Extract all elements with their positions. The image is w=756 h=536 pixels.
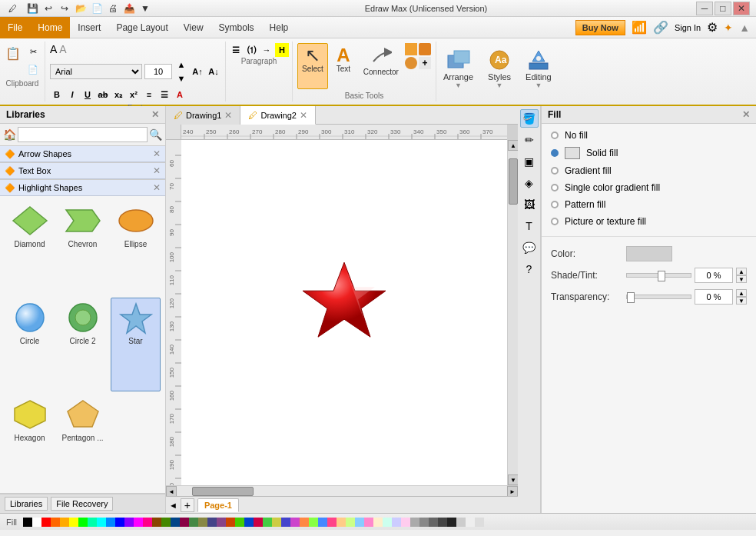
color-swatch-strip[interactable] (244, 518, 254, 527)
color-swatch-strip[interactable] (134, 518, 143, 527)
color-swatch-strip[interactable] (392, 518, 401, 527)
close-btn[interactable]: ✕ (733, 2, 750, 15)
color-swatch-strip[interactable] (309, 518, 318, 527)
h-scroll-thumb[interactable] (192, 487, 254, 496)
superscript-btn[interactable]: x² (127, 88, 141, 102)
sidebar-close-btn[interactable]: ✕ (151, 109, 159, 120)
h-scroll-track[interactable] (177, 486, 507, 496)
highlight-shapes-header[interactable]: 🔶 Highlight Shapes ✕ (0, 180, 165, 196)
qa-open[interactable]: 📂 (73, 1, 88, 16)
color-swatch-strip[interactable] (124, 518, 134, 527)
scroll-v-thumb[interactable] (509, 158, 518, 205)
color-swatch-strip[interactable] (346, 518, 355, 527)
font-size-input[interactable] (144, 64, 172, 79)
page-nav-left[interactable]: ◄ (169, 501, 177, 510)
gradient-fill-option[interactable]: Gradient fill (542, 162, 756, 179)
menu-insert[interactable]: Insert (70, 17, 108, 38)
text-btn[interactable]: A Text (330, 43, 357, 89)
color-swatch-strip[interactable] (51, 518, 60, 527)
color-swatch-strip[interactable] (419, 518, 429, 527)
color-swatch-strip[interactable] (401, 518, 410, 527)
maximize-btn[interactable]: □ (715, 2, 731, 15)
shape-hexagon[interactable]: Hexagon (5, 395, 55, 488)
color-swatch-strip[interactable] (355, 518, 364, 527)
transparency-input[interactable] (695, 289, 733, 305)
color-swatch-strip[interactable] (88, 518, 97, 527)
color-swatch-strip[interactable] (143, 518, 152, 527)
picture-fill-option[interactable]: Picture or texture fill (542, 213, 756, 230)
edraw-icon[interactable]: ✦ (724, 22, 733, 34)
shade-thumb[interactable] (658, 271, 665, 281)
menu-home[interactable]: Home (30, 17, 70, 38)
shape-chevron[interactable]: Chevron (58, 201, 108, 295)
color-swatch-strip[interactable] (180, 518, 189, 527)
font-icon[interactable]: A (50, 43, 57, 55)
shadow-icon[interactable]: ▣ (520, 152, 539, 171)
indent-btn[interactable]: → (260, 43, 274, 57)
shape-btn3[interactable] (405, 57, 417, 69)
color-swatch-strip[interactable] (263, 518, 272, 527)
font-size-down[interactable]: ▼ (174, 72, 188, 85)
menu-file[interactable]: File (0, 17, 30, 38)
color-swatch-strip[interactable] (32, 518, 41, 527)
qa-redo[interactable]: ↪ (57, 1, 72, 16)
qa-export[interactable]: 📤 (121, 1, 137, 16)
color-swatch-strip[interactable] (97, 518, 106, 527)
color-swatch-strip[interactable] (207, 518, 217, 527)
no-fill-option[interactable]: No fill (542, 127, 756, 144)
color-swatch-strip[interactable] (198, 518, 207, 527)
color-swatch-strip[interactable] (60, 518, 69, 527)
tab-drawing1[interactable]: 🖊 Drawing1 ✕ (166, 106, 240, 125)
align-left-btn[interactable]: ≡ (142, 88, 156, 102)
canvas-paper[interactable] (181, 140, 507, 485)
tab1-close[interactable]: ✕ (224, 110, 232, 121)
settings-icon[interactable]: ⚙ (707, 20, 718, 35)
shape-btn4[interactable]: + (419, 57, 431, 69)
color-swatch-strip[interactable] (447, 518, 456, 527)
font-size-up[interactable]: ▲ (174, 58, 188, 72)
shape-circle[interactable]: Circle (5, 298, 55, 391)
color-swatch-strip[interactable] (300, 518, 309, 527)
arrow-shapes-header[interactable]: 🔶 Arrow Shapes ✕ (0, 146, 165, 162)
color-swatch-strip[interactable] (161, 518, 171, 527)
color-swatch-strip[interactable] (171, 518, 180, 527)
tab2-close[interactable]: ✕ (300, 110, 307, 121)
buy-now-btn[interactable]: Buy Now (575, 20, 625, 35)
shade-up[interactable]: ▲ (736, 268, 747, 275)
color-swatch-strip[interactable] (41, 518, 51, 527)
shade-slider[interactable] (626, 273, 691, 278)
transparency-slider[interactable] (626, 295, 691, 299)
font-grow-btn[interactable]: A↑ (191, 65, 204, 78)
star-shape-canvas[interactable] (298, 256, 390, 351)
color-swatch-strip[interactable] (438, 518, 447, 527)
menu-help[interactable]: Help (262, 17, 297, 38)
color-swatch-strip[interactable] (327, 518, 337, 527)
qa-print[interactable]: 🖨 (105, 1, 121, 16)
color-swatch-strip[interactable] (290, 518, 300, 527)
scroll-down-btn[interactable]: ▼ (508, 474, 518, 485)
qa-undo[interactable]: ↩ (41, 1, 56, 16)
color-swatch-strip[interactable] (429, 518, 438, 527)
scroll-v-track[interactable] (508, 151, 518, 474)
text-box-close[interactable]: ✕ (153, 165, 161, 176)
home-icon[interactable]: 🏠 (3, 128, 16, 141)
share-icon[interactable]: 🔗 (653, 20, 668, 35)
qa-new[interactable]: 📄 (89, 1, 104, 16)
strikethrough-btn[interactable]: ab (96, 88, 110, 102)
shape-btn1[interactable] (405, 43, 417, 55)
numberedlist-btn[interactable]: ⑴ (244, 43, 258, 57)
menu-symbols[interactable]: Symbols (211, 17, 262, 38)
color-swatch-strip[interactable] (23, 518, 32, 527)
color-swatch-strip[interactable] (115, 518, 124, 527)
color-swatch-strip[interactable] (281, 518, 290, 527)
color-swatch-strip[interactable] (235, 518, 244, 527)
color-swatch-strip[interactable] (69, 518, 78, 527)
page-tab-1[interactable]: Page-1 (197, 498, 239, 512)
italic-btn[interactable]: I (65, 88, 79, 102)
color-swatch-strip[interactable] (318, 518, 327, 527)
color-swatch-strip[interactable] (189, 518, 198, 527)
scroll-up-btn[interactable]: ▲ (508, 140, 518, 151)
ribbon-copy-btn[interactable]: 📄 (25, 61, 41, 78)
bold-btn[interactable]: B (50, 88, 64, 102)
arrow-shapes-close[interactable]: ✕ (153, 148, 161, 159)
